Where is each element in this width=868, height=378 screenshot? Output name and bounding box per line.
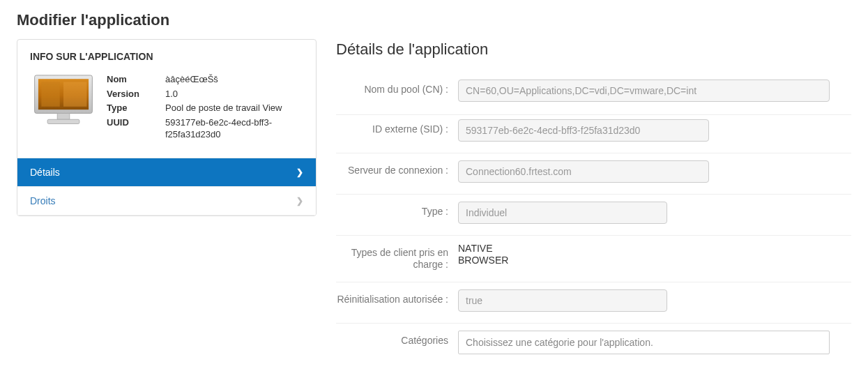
sidebar-item-details[interactable]: Détails ❯ [17,158,316,187]
version-value: 1.0 [165,88,303,100]
categories-input[interactable] [458,331,830,354]
ext-id-input [458,119,709,142]
conn-server-input [458,160,709,183]
info-card-header: INFO SUR L'APPLICATION [17,40,316,68]
reset-input [458,289,667,312]
app-details-form: Nom du pool (CN) : ID externe (SID) : Se… [336,73,851,365]
type-label: Type [107,102,158,114]
name-label: Nom [107,73,158,86]
monitor-icon [33,73,94,128]
chevron-right-icon: ❯ [296,167,303,177]
sidebar-item-label: Détails [30,167,60,178]
uuid-value: 593177eb-6e2c-4ecd-bff3-f25fa31d23d0 [165,116,303,141]
chevron-right-icon: ❯ [296,196,303,206]
ext-id-label: ID externe (SID) : [336,119,458,135]
app-summary-table: Nom àâçèéŒœŠš Version 1.0 Type Pool de p… [107,73,303,141]
page-title: Modifier l'application [17,11,317,29]
svg-rect-2 [41,82,59,107]
name-value: àâçèéŒœŠš [165,73,303,86]
sidebar-nav: Détails ❯ Droits ❯ [17,158,316,216]
pool-cn-input [458,80,830,102]
client-type-item: NATIVE [458,243,846,255]
info-card: INFO SUR L'APPLICATION [17,39,317,216]
pool-cn-label: Nom du pool (CN) : [336,80,458,96]
svg-rect-3 [63,82,86,107]
client-type-item: BROWSER [458,255,846,266]
svg-rect-5 [47,119,79,123]
type-field-label: Type : [336,202,458,218]
client-types-value: NATIVE BROWSER [458,243,851,266]
type-input [458,202,667,224]
reset-label: Réinitialisation autorisée : [336,289,458,305]
categories-label: Catégories [336,331,458,347]
conn-server-label: Serveur de connexion : [336,160,458,176]
client-types-label: Types de client pris en charge : [336,243,458,271]
version-label: Version [107,88,158,100]
sidebar-item-label: Droits [30,195,56,206]
sidebar-item-rights[interactable]: Droits ❯ [17,187,316,216]
type-value: Pool de poste de travail View [165,102,303,114]
section-title: Détails de l'application [336,40,851,59]
uuid-label: UUID [107,116,158,141]
svg-rect-4 [57,113,70,119]
